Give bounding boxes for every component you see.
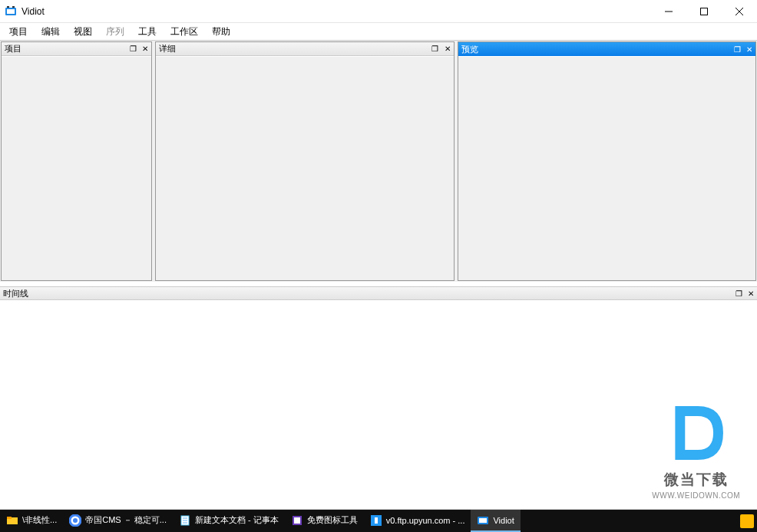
- chrome-icon: [69, 514, 81, 527]
- close-button[interactable]: [722, 0, 757, 22]
- details-panel-header[interactable]: 详细 ❐ ✕: [156, 42, 454, 56]
- app-icon: [5, 5, 17, 18]
- svg-rect-21: [479, 518, 487, 523]
- taskbar-tray: [740, 514, 757, 528]
- svg-rect-3: [12, 6, 15, 8]
- timeline-panel-header[interactable]: 时间线 ❐ ✕: [0, 286, 757, 300]
- minimize-button[interactable]: [651, 0, 686, 22]
- timeline-panel-close-button[interactable]: ✕: [745, 287, 757, 299]
- window-title: Vidiot: [21, 6, 651, 17]
- timeline-panel-restore-button[interactable]: ❐: [732, 287, 745, 299]
- taskbar-item-iconeditor[interactable]: 免费图标工具: [285, 510, 364, 532]
- project-panel-title: 项目: [5, 43, 127, 55]
- project-panel: 项目 ❐ ✕: [1, 41, 152, 281]
- filezilla-icon: [370, 514, 382, 527]
- project-panel-restore-button[interactable]: ❐: [127, 43, 139, 55]
- preview-panel-close-button[interactable]: ✕: [743, 43, 755, 55]
- project-panel-close-button[interactable]: ✕: [139, 43, 151, 55]
- menu-sequence: 序列: [100, 24, 131, 40]
- menu-workspace[interactable]: 工作区: [164, 24, 204, 40]
- taskbar-item-filezilla[interactable]: v0.ftp.upyun.com - ...: [364, 510, 471, 532]
- svg-point-11: [73, 518, 78, 523]
- titlebar: Vidiot: [0, 0, 757, 23]
- folder-icon: [6, 514, 18, 527]
- menu-view[interactable]: 视图: [68, 24, 98, 40]
- menu-project[interactable]: 项目: [3, 24, 34, 40]
- preview-panel-header[interactable]: 预览 ❐ ✕: [458, 42, 756, 56]
- svg-rect-8: [7, 517, 12, 519]
- menu-edit[interactable]: 编辑: [35, 24, 66, 40]
- preview-panel: 预览 ❐ ✕: [458, 41, 757, 281]
- svg-rect-2: [7, 6, 9, 8]
- details-panel: 详细 ❐ ✕: [155, 41, 455, 281]
- preview-panel-body[interactable]: [458, 56, 756, 280]
- taskbar-label: 免费图标工具: [307, 514, 358, 526]
- notepad-icon: [179, 514, 191, 527]
- details-panel-title: 详细: [159, 43, 429, 55]
- timeline-panel-body[interactable]: [0, 300, 757, 509]
- taskbar: \非线性... 帝国CMS － 稳定可... 新建文本文档 - 记事本 免费图标…: [0, 510, 757, 532]
- taskbar-label: 新建文本文档 - 记事本: [195, 514, 279, 526]
- icon-editor-icon: [291, 514, 303, 527]
- taskbar-item-vidiot[interactable]: Vidiot: [471, 510, 520, 532]
- window-controls: [651, 0, 757, 22]
- menu-tools[interactable]: 工具: [132, 24, 163, 40]
- maximize-icon: [700, 8, 708, 15]
- taskbar-item-chrome[interactable]: 帝国CMS － 稳定可...: [63, 510, 173, 532]
- project-panel-header[interactable]: 项目 ❐ ✕: [2, 42, 151, 56]
- details-panel-body[interactable]: [156, 56, 454, 280]
- menubar: 项目 编辑 视图 序列 工具 工作区 帮助: [0, 23, 757, 40]
- menu-help[interactable]: 帮助: [206, 24, 236, 40]
- project-panel-body[interactable]: [2, 56, 151, 280]
- taskbar-label: 帝国CMS － 稳定可...: [85, 514, 167, 526]
- taskbar-label: v0.ftp.upyun.com - ...: [386, 516, 465, 525]
- details-panel-restore-button[interactable]: ❐: [429, 43, 441, 55]
- timeline-panel-title: 时间线: [3, 288, 732, 299]
- svg-rect-1: [7, 9, 15, 14]
- taskbar-label: \非线性...: [22, 514, 57, 526]
- svg-rect-17: [294, 517, 300, 524]
- maximize-button[interactable]: [686, 0, 722, 22]
- panels-top-row: 项目 ❐ ✕ 详细 ❐ ✕ 预览 ❐ ✕: [0, 40, 757, 282]
- security-shield-icon[interactable]: [740, 514, 754, 528]
- preview-panel-title: 预览: [461, 44, 732, 55]
- details-panel-close-button[interactable]: ✕: [441, 43, 454, 55]
- preview-panel-restore-button[interactable]: ❐: [731, 43, 743, 55]
- taskbar-item-notepad[interactable]: 新建文本文档 - 记事本: [173, 510, 285, 532]
- taskbar-item-explorer[interactable]: \非线性...: [0, 510, 63, 532]
- svg-rect-19: [375, 517, 378, 524]
- taskbar-label: Vidiot: [493, 516, 514, 525]
- timeline-section: 时间线 ❐ ✕: [0, 286, 757, 509]
- vidiot-icon: [477, 514, 489, 527]
